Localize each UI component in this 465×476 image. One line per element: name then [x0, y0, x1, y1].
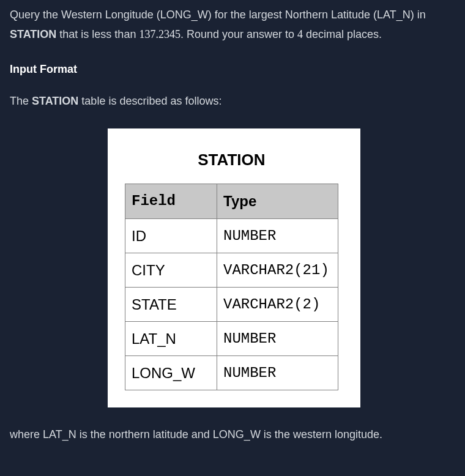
- station-keyword-2: STATION: [32, 95, 78, 107]
- cell-field: ID: [125, 218, 217, 253]
- table-intro: The STATION table is described as follow…: [10, 91, 455, 111]
- cell-field: STATE: [125, 287, 217, 321]
- problem-text-part1: Query the Western Longitude (LONG_W) for…: [10, 9, 426, 21]
- cell-type: NUMBER: [217, 322, 338, 356]
- table-header-row: Field Type: [125, 184, 338, 218]
- header-type: Type: [217, 184, 338, 218]
- problem-text-part3: . Round your answer to: [180, 28, 297, 40]
- table-intro-part2: table is described as follows:: [78, 95, 221, 107]
- footer-note: where LAT_N is the northern latitude and…: [10, 425, 455, 444]
- cell-type: VARCHAR2(2): [217, 287, 338, 321]
- header-field: Field: [125, 184, 217, 218]
- table-intro-part1: The: [10, 95, 32, 107]
- table-row: STATE VARCHAR2(2): [125, 287, 338, 321]
- cell-type: NUMBER: [217, 218, 338, 253]
- threshold-value: 137.2345: [139, 28, 180, 40]
- input-format-heading: Input Format: [10, 59, 455, 79]
- problem-statement: Query the Western Longitude (LONG_W) for…: [10, 5, 455, 45]
- cell-field: LAT_N: [125, 322, 217, 356]
- station-keyword: STATION: [10, 28, 56, 40]
- table-image-container: STATION Field Type ID NUMBER CITY VARCHA…: [108, 128, 360, 408]
- problem-text-part2: that is less than: [56, 28, 139, 40]
- table-row: CITY VARCHAR2(21): [125, 253, 338, 287]
- station-schema-table: Field Type ID NUMBER CITY VARCHAR2(21) S…: [125, 184, 338, 390]
- table-title: STATION: [125, 146, 338, 174]
- decimal-places-value: 4: [297, 28, 303, 40]
- problem-text-part4: decimal places.: [303, 28, 382, 40]
- cell-field: LONG_W: [125, 356, 217, 390]
- table-row: LONG_W NUMBER: [125, 356, 338, 390]
- table-row: LAT_N NUMBER: [125, 322, 338, 356]
- cell-type: VARCHAR2(21): [217, 253, 338, 287]
- table-row: ID NUMBER: [125, 218, 338, 253]
- cell-field: CITY: [125, 253, 217, 287]
- cell-type: NUMBER: [217, 356, 338, 390]
